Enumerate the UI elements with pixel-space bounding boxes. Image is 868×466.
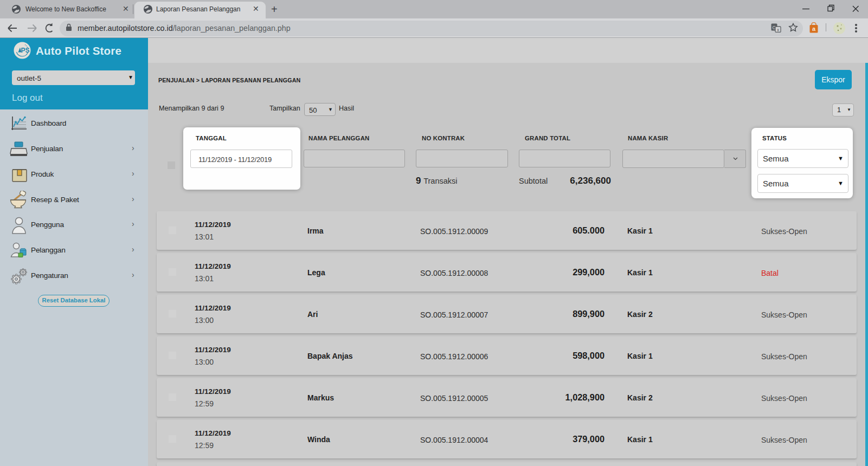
svg-text:a: a bbox=[812, 25, 816, 32]
svg-text:PS: PS bbox=[21, 47, 29, 54]
